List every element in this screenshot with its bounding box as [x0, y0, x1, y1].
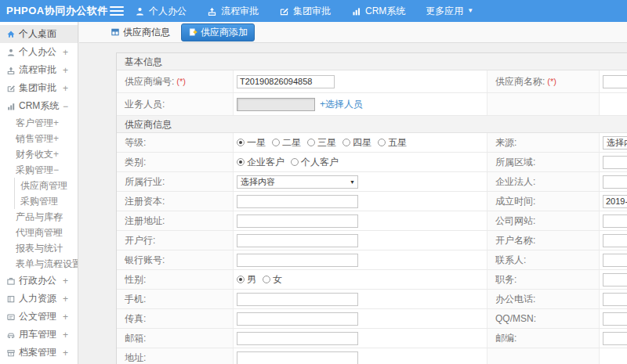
form-row: 业务人员:+选择人员 — [117, 93, 627, 116]
radio-label: 一星 — [247, 136, 266, 150]
hamburger-menu-icon[interactable] — [110, 6, 124, 16]
sidebar-item-label: 客户管理 — [16, 117, 78, 130]
sidebar-item-客户管理[interactable]: 客户管理+ — [0, 115, 78, 131]
field-来源-select[interactable]: 选择内容▼ — [603, 136, 627, 150]
field-企业法人-input[interactable] — [603, 175, 627, 189]
field-邮箱-input[interactable] — [237, 332, 358, 345]
field-等级-option-二星[interactable]: 二星 — [272, 136, 301, 150]
expand-icon[interactable]: + — [63, 294, 68, 305]
expand-icon[interactable]: + — [53, 211, 59, 222]
expand-icon[interactable]: + — [63, 276, 68, 287]
field-供应商编号-input[interactable] — [237, 75, 335, 88]
sidebar-item-代理商管理[interactable]: 代理商管理+ — [0, 225, 78, 240]
field-label: 供应商名称: — [495, 75, 545, 88]
sidebar-item-流程审批[interactable]: 流程审批+ — [0, 61, 78, 79]
nav-item-CRM系统[interactable]: CRM系统 — [351, 5, 405, 18]
expand-icon[interactable]: + — [63, 312, 68, 323]
nav-item-label: 集团审批 — [293, 5, 331, 18]
radio-label: 二星 — [282, 136, 301, 150]
field-传真-input[interactable] — [237, 312, 358, 326]
field-control-cell: 一星二星三星四星五星 — [233, 133, 487, 152]
expand-icon[interactable]: + — [53, 149, 59, 160]
sidebar-item-产品与库存[interactable]: 产品与库存+ — [0, 209, 78, 225]
field-办公电话-input[interactable] — [603, 293, 627, 306]
sidebar-item-销售管理[interactable]: 销售管理+ — [0, 131, 78, 146]
field-地址-input[interactable] — [237, 351, 358, 364]
field-类别-option-个人客户[interactable]: 个人客户 — [291, 156, 339, 169]
collapse-icon[interactable]: − — [53, 164, 59, 175]
field-label-cell: 手机: — [117, 290, 233, 308]
field-银行账号-input[interactable] — [237, 254, 358, 267]
sidebar-item-财务收支[interactable]: 财务收支+ — [0, 146, 78, 162]
field-等级-option-五星[interactable]: 五星 — [378, 136, 407, 150]
field-成立时间-input[interactable] — [603, 195, 627, 208]
sidebar-item-公文管理[interactable]: 公文管理+ — [0, 308, 78, 326]
expand-icon[interactable]: + — [53, 227, 59, 238]
radio-icon[interactable] — [237, 139, 245, 146]
form-row: 注册资本:成立时间: — [117, 192, 627, 211]
field-label-cell: 成立时间: — [487, 192, 599, 211]
expand-icon[interactable]: + — [63, 65, 68, 76]
nav-item-流程审批[interactable]: 流程审批 — [207, 5, 259, 18]
tab-供应商添加[interactable]: 供应商添加 — [181, 23, 255, 41]
sidebar-item-个人桌面[interactable]: 个人桌面 — [0, 25, 78, 43]
sidebar-item-档案管理[interactable]: 档案管理+ — [0, 344, 78, 362]
nav-item-个人办公[interactable]: 个人办公 — [135, 5, 187, 18]
expand-icon[interactable]: + — [53, 117, 59, 128]
field-注册地址-input[interactable] — [237, 214, 358, 228]
expand-icon[interactable]: + — [63, 47, 68, 58]
field-手机-input[interactable] — [237, 293, 358, 306]
expand-icon[interactable]: + — [63, 330, 68, 341]
expand-icon[interactable]: + — [63, 348, 68, 359]
sidebar-item-行政办公[interactable]: 行政办公+ — [0, 272, 78, 290]
sidebar-item-表单与流程设置[interactable]: 表单与流程设置+ — [0, 256, 78, 272]
nav-item-集团审批[interactable]: 集团审批 — [279, 5, 331, 18]
sidebar-item-集团审批[interactable]: 集团审批+ — [0, 79, 78, 97]
field-类别-option-企业客户[interactable]: 企业客户 — [237, 156, 285, 169]
field-邮编-input[interactable] — [603, 332, 627, 345]
expand-icon[interactable]: + — [63, 83, 68, 94]
collapse-icon[interactable]: − — [63, 101, 68, 112]
field-control-cell — [233, 70, 487, 92]
radio-icon[interactable] — [272, 139, 280, 146]
field-QQ/MSN-input[interactable] — [603, 312, 627, 326]
nav-item-更多应用[interactable]: 更多应用▼ — [426, 5, 473, 18]
field-供应商名称-input[interactable] — [603, 75, 627, 88]
sidebar-item-采购管理[interactable]: 采购管理− — [0, 162, 78, 178]
radio-icon[interactable] — [263, 276, 270, 283]
radio-icon[interactable] — [237, 158, 245, 166]
expand-icon[interactable]: + — [53, 258, 59, 269]
sidebar-item-报表与统计[interactable]: 报表与统计 — [0, 240, 78, 256]
field-性别-option-女[interactable]: 女 — [263, 273, 282, 287]
sidebar-item-用车管理[interactable]: 用车管理+ — [0, 326, 78, 344]
radio-icon[interactable] — [378, 139, 386, 146]
radio-icon[interactable] — [237, 276, 245, 283]
field-公司网站-input[interactable] — [603, 214, 627, 228]
field-联系人-input[interactable] — [603, 254, 627, 267]
radio-icon[interactable] — [291, 158, 299, 166]
field-开户行-input[interactable] — [237, 234, 358, 247]
select-person-link[interactable]: +选择人员 — [320, 98, 363, 111]
field-业务人员-input[interactable] — [237, 98, 315, 111]
field-label: 办公电话: — [495, 293, 535, 306]
field-注册资本-input[interactable] — [237, 195, 358, 208]
field-label: 手机: — [125, 293, 146, 306]
field-所属区域-input[interactable] — [603, 156, 627, 169]
sidebar-item-人力资源[interactable]: 人力资源+ — [0, 290, 78, 308]
sidebar-item-采购管理[interactable]: 采购管理 — [0, 193, 78, 209]
radio-icon[interactable] — [307, 139, 315, 146]
sidebar-item-CRM系统[interactable]: CRM系统− — [0, 97, 78, 115]
expand-icon[interactable]: + — [53, 133, 59, 144]
field-开户名称-input[interactable] — [603, 234, 627, 247]
tab-供应商信息[interactable]: 供应商信息 — [106, 23, 175, 41]
sidebar-item-供应商管理[interactable]: 供应商管理 — [0, 178, 78, 193]
sidebar-item-个人办公[interactable]: 个人办公+ — [0, 43, 78, 61]
field-性别-option-男[interactable]: 男 — [237, 273, 256, 287]
field-等级-option-三星[interactable]: 三星 — [307, 136, 336, 150]
field-职务-input[interactable] — [603, 273, 627, 287]
field-等级-option-四星[interactable]: 四星 — [342, 136, 371, 150]
field-control-cell — [599, 70, 627, 92]
field-所属行业-select[interactable]: 选择内容▼ — [237, 175, 358, 189]
field-等级-option-一星[interactable]: 一星 — [237, 136, 266, 150]
radio-icon[interactable] — [342, 139, 350, 146]
